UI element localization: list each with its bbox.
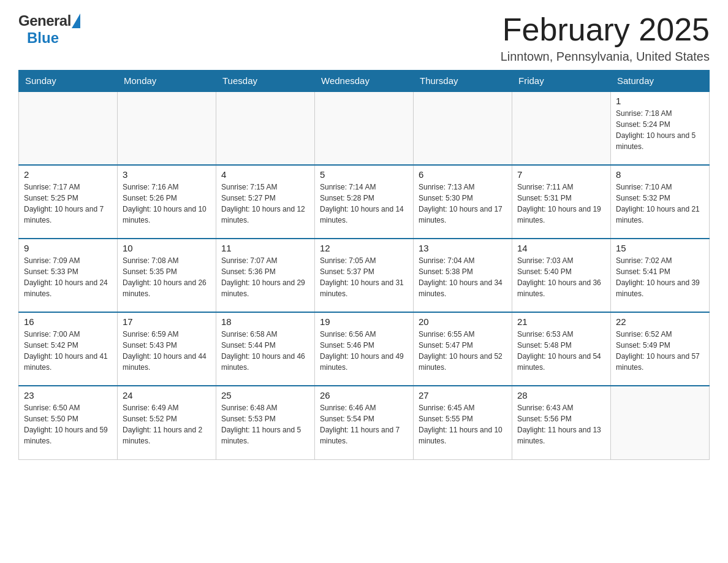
location-text: Linntown, Pennsylvania, United States — [501, 50, 710, 64]
day-info: Sunrise: 6:56 AMSunset: 5:46 PMDaylight:… — [320, 329, 408, 373]
day-header-saturday: Saturday — [611, 71, 710, 92]
day-info: Sunrise: 7:13 AMSunset: 5:30 PMDaylight:… — [419, 182, 507, 226]
calendar-cell: 19Sunrise: 6:56 AMSunset: 5:46 PMDayligh… — [315, 312, 414, 386]
day-info: Sunrise: 7:00 AMSunset: 5:42 PMDaylight:… — [24, 329, 112, 373]
calendar-cell: 20Sunrise: 6:55 AMSunset: 5:47 PMDayligh… — [414, 312, 512, 386]
day-number: 9 — [24, 243, 112, 253]
calendar-cell — [512, 91, 611, 165]
calendar-cell: 14Sunrise: 7:03 AMSunset: 5:40 PMDayligh… — [512, 239, 611, 312]
day-info: Sunrise: 7:09 AMSunset: 5:33 PMDaylight:… — [24, 255, 112, 299]
logo-chevron-icon — [72, 13, 80, 28]
calendar-cell: 6Sunrise: 7:13 AMSunset: 5:30 PMDaylight… — [414, 165, 512, 239]
day-number: 26 — [320, 390, 408, 400]
day-number: 2 — [24, 169, 112, 180]
calendar-week-3: 9Sunrise: 7:09 AMSunset: 5:33 PMDaylight… — [19, 239, 710, 312]
title-section: February 2025 Linntown, Pennsylvania, Un… — [501, 12, 710, 64]
calendar-cell — [611, 386, 710, 459]
day-info: Sunrise: 7:03 AMSunset: 5:40 PMDaylight:… — [517, 255, 605, 299]
day-info: Sunrise: 7:16 AMSunset: 5:26 PMDaylight:… — [123, 182, 211, 226]
day-number: 8 — [616, 169, 704, 180]
day-number: 15 — [616, 243, 704, 253]
logo-blue-text: Blue — [27, 29, 59, 46]
calendar-cell: 9Sunrise: 7:09 AMSunset: 5:33 PMDaylight… — [19, 239, 118, 312]
day-info: Sunrise: 6:58 AMSunset: 5:44 PMDaylight:… — [221, 329, 309, 373]
day-info: Sunrise: 6:48 AMSunset: 5:53 PMDaylight:… — [221, 402, 309, 446]
calendar-cell: 8Sunrise: 7:10 AMSunset: 5:32 PMDaylight… — [611, 165, 710, 239]
day-header-wednesday: Wednesday — [315, 71, 414, 92]
calendar-week-5: 23Sunrise: 6:50 AMSunset: 5:50 PMDayligh… — [19, 386, 710, 459]
day-info: Sunrise: 6:59 AMSunset: 5:43 PMDaylight:… — [123, 329, 211, 373]
calendar-week-2: 2Sunrise: 7:17 AMSunset: 5:25 PMDaylight… — [19, 165, 710, 239]
day-info: Sunrise: 7:11 AMSunset: 5:31 PMDaylight:… — [517, 182, 605, 226]
calendar-cell: 25Sunrise: 6:48 AMSunset: 5:53 PMDayligh… — [216, 386, 315, 459]
day-number: 28 — [517, 390, 605, 400]
calendar-cell: 15Sunrise: 7:02 AMSunset: 5:41 PMDayligh… — [611, 239, 710, 312]
day-info: Sunrise: 7:04 AMSunset: 5:38 PMDaylight:… — [419, 255, 507, 299]
day-info: Sunrise: 6:50 AMSunset: 5:50 PMDaylight:… — [24, 402, 112, 446]
day-number: 4 — [221, 169, 309, 180]
day-number: 12 — [320, 243, 408, 253]
calendar-cell: 21Sunrise: 6:53 AMSunset: 5:48 PMDayligh… — [512, 312, 611, 386]
day-info: Sunrise: 6:43 AMSunset: 5:56 PMDaylight:… — [517, 402, 605, 446]
day-header-tuesday: Tuesday — [216, 71, 315, 92]
calendar-cell: 24Sunrise: 6:49 AMSunset: 5:52 PMDayligh… — [118, 386, 216, 459]
calendar-cell: 17Sunrise: 6:59 AMSunset: 5:43 PMDayligh… — [118, 312, 216, 386]
day-info: Sunrise: 7:02 AMSunset: 5:41 PMDaylight:… — [616, 255, 704, 299]
day-info: Sunrise: 7:14 AMSunset: 5:28 PMDaylight:… — [320, 182, 408, 226]
day-number: 1 — [616, 96, 704, 106]
day-number: 11 — [221, 243, 309, 253]
calendar-cell — [414, 91, 512, 165]
calendar-week-4: 16Sunrise: 7:00 AMSunset: 5:42 PMDayligh… — [19, 312, 710, 386]
calendar-week-1: 1Sunrise: 7:18 AMSunset: 5:24 PMDaylight… — [19, 91, 710, 165]
day-number: 24 — [123, 390, 211, 400]
day-info: Sunrise: 6:45 AMSunset: 5:55 PMDaylight:… — [419, 402, 507, 446]
day-number: 23 — [24, 390, 112, 400]
day-number: 25 — [221, 390, 309, 400]
day-header-sunday: Sunday — [19, 71, 118, 92]
page-header: General Blue February 2025 Linntown, Pen… — [18, 12, 710, 64]
day-info: Sunrise: 7:17 AMSunset: 5:25 PMDaylight:… — [24, 182, 112, 226]
day-header-thursday: Thursday — [414, 71, 512, 92]
day-info: Sunrise: 6:55 AMSunset: 5:47 PMDaylight:… — [419, 329, 507, 373]
day-number: 21 — [517, 316, 605, 327]
day-info: Sunrise: 7:15 AMSunset: 5:27 PMDaylight:… — [221, 182, 309, 226]
day-header-monday: Monday — [118, 71, 216, 92]
logo-general-text: General — [18, 12, 71, 29]
day-number: 18 — [221, 316, 309, 327]
day-info: Sunrise: 7:05 AMSunset: 5:37 PMDaylight:… — [320, 255, 408, 299]
calendar-cell: 4Sunrise: 7:15 AMSunset: 5:27 PMDaylight… — [216, 165, 315, 239]
calendar-table: SundayMondayTuesdayWednesdayThursdayFrid… — [18, 70, 710, 460]
calendar-cell — [118, 91, 216, 165]
calendar-cell: 3Sunrise: 7:16 AMSunset: 5:26 PMDaylight… — [118, 165, 216, 239]
calendar-body: 1Sunrise: 7:18 AMSunset: 5:24 PMDaylight… — [19, 91, 710, 459]
day-number: 22 — [616, 316, 704, 327]
calendar-cell: 23Sunrise: 6:50 AMSunset: 5:50 PMDayligh… — [19, 386, 118, 459]
calendar-cell: 26Sunrise: 6:46 AMSunset: 5:54 PMDayligh… — [315, 386, 414, 459]
day-number: 19 — [320, 316, 408, 327]
day-info: Sunrise: 6:52 AMSunset: 5:49 PMDaylight:… — [616, 329, 704, 373]
month-title: February 2025 — [501, 12, 710, 47]
day-number: 10 — [123, 243, 211, 253]
day-info: Sunrise: 7:10 AMSunset: 5:32 PMDaylight:… — [616, 182, 704, 226]
calendar-cell: 2Sunrise: 7:17 AMSunset: 5:25 PMDaylight… — [19, 165, 118, 239]
day-number: 3 — [123, 169, 211, 180]
calendar-cell: 16Sunrise: 7:00 AMSunset: 5:42 PMDayligh… — [19, 312, 118, 386]
day-number: 16 — [24, 316, 112, 327]
day-number: 20 — [419, 316, 507, 327]
day-header-friday: Friday — [512, 71, 611, 92]
day-info: Sunrise: 6:49 AMSunset: 5:52 PMDaylight:… — [123, 402, 211, 446]
calendar-cell — [315, 91, 414, 165]
day-number: 6 — [419, 169, 507, 180]
day-number: 17 — [123, 316, 211, 327]
calendar-cell: 11Sunrise: 7:07 AMSunset: 5:36 PMDayligh… — [216, 239, 315, 312]
logo: General Blue — [18, 12, 80, 47]
day-info: Sunrise: 7:08 AMSunset: 5:35 PMDaylight:… — [123, 255, 211, 299]
day-info: Sunrise: 6:53 AMSunset: 5:48 PMDaylight:… — [517, 329, 605, 373]
day-info: Sunrise: 6:46 AMSunset: 5:54 PMDaylight:… — [320, 402, 408, 446]
day-number: 14 — [517, 243, 605, 253]
calendar-cell: 13Sunrise: 7:04 AMSunset: 5:38 PMDayligh… — [414, 239, 512, 312]
calendar-cell: 1Sunrise: 7:18 AMSunset: 5:24 PMDaylight… — [611, 91, 710, 165]
calendar-cell: 7Sunrise: 7:11 AMSunset: 5:31 PMDaylight… — [512, 165, 611, 239]
day-number: 5 — [320, 169, 408, 180]
day-info: Sunrise: 7:18 AMSunset: 5:24 PMDaylight:… — [616, 108, 704, 152]
